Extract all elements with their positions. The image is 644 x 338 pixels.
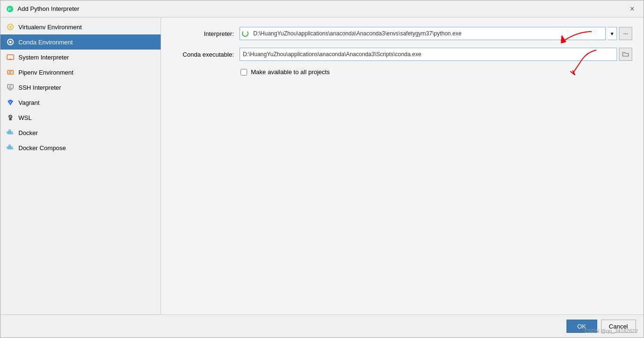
add-python-interpreter-dialog: P Add Python Interpreter × Virtualenv En… (0, 0, 644, 338)
interpreter-browse-button[interactable]: ··· (619, 27, 632, 40)
main-panel: Interpreter: ▼ ··· Conda executable: (161, 17, 644, 314)
system-icon (6, 53, 15, 61)
sidebar-item-wsl-label: WSL (18, 114, 32, 121)
svg-rect-22 (9, 130, 10, 131)
svg-rect-20 (9, 132, 10, 133)
svg-rect-8 (8, 70, 13, 74)
ssh-icon (6, 83, 15, 92)
svg-point-4 (9, 41, 12, 43)
sidebar-item-system-label: System Interpreter (18, 54, 69, 61)
sidebar-item-pipenv[interactable]: Pipenv Environment (0, 65, 161, 80)
interpreter-input[interactable] (250, 27, 603, 40)
sidebar-item-docker[interactable]: Docker (0, 125, 161, 140)
interpreter-label: Interpreter: (172, 30, 234, 37)
conda-icon (6, 38, 15, 46)
sidebar-item-virtualenv[interactable]: Virtualenv Environment (0, 19, 161, 34)
svg-rect-11 (8, 84, 13, 88)
svg-rect-23 (7, 147, 9, 148)
sidebar-item-ssh-label: SSH Interpreter (18, 84, 61, 91)
conda-exec-input[interactable] (240, 48, 617, 61)
sidebar-item-docker-compose-label: Docker Compose (18, 144, 66, 152)
wsl-icon (6, 113, 15, 122)
pipenv-icon (6, 68, 15, 76)
interpreter-row: Interpreter: ▼ ··· (172, 27, 632, 40)
sidebar-item-virtualenv-label: Virtualenv Environment (18, 24, 82, 31)
docker-icon (6, 128, 15, 137)
folder-icon (622, 51, 629, 58)
dialog-content: Virtualenv Environment Conda Environment (0, 17, 644, 314)
watermark-text: CSDN @qq_34182622 (584, 328, 638, 334)
interpreter-input-wrapper: ▼ ··· (240, 27, 632, 40)
sidebar-item-wsl[interactable]: WSL (0, 110, 161, 125)
svg-text:P: P (8, 7, 11, 12)
sidebar-item-vagrant[interactable]: V Vagrant (0, 95, 161, 110)
sidebar-item-docker-label: Docker (18, 129, 38, 136)
sidebar: Virtualenv Environment Conda Environment (0, 17, 161, 314)
title-bar-left: P Add Python Interpreter (6, 5, 79, 13)
interpreter-input-container (240, 27, 606, 40)
make-available-row: Make available to all projects (240, 68, 632, 76)
loading-spinner (242, 30, 249, 37)
sidebar-item-conda[interactable]: Conda Environment (0, 34, 161, 50)
vagrant-icon: V (6, 98, 15, 107)
interpreter-dropdown-button[interactable]: ▼ (608, 27, 617, 40)
make-available-label: Make available to all projects (251, 68, 330, 76)
conda-exec-row: Conda executable: (172, 48, 632, 61)
close-button[interactable]: × (627, 3, 638, 15)
sidebar-item-vagrant-label: Vagrant (18, 99, 40, 106)
sidebar-item-docker-compose[interactable]: Docker Compose (0, 140, 161, 155)
conda-exec-browse-button[interactable] (619, 48, 632, 61)
dialog-footer: OK Cancel (0, 314, 644, 338)
conda-exec-label: Conda executable: (172, 51, 234, 58)
sidebar-item-pipenv-label: Pipenv Environment (18, 69, 73, 76)
pycharm-icon: P (6, 5, 14, 13)
conda-exec-input-wrapper (240, 48, 632, 61)
svg-rect-26 (9, 145, 10, 146)
virtualenv-icon (6, 23, 15, 31)
sidebar-item-system[interactable]: System Interpreter (0, 50, 161, 65)
svg-rect-19 (7, 132, 9, 133)
sidebar-item-ssh[interactable]: SSH Interpreter (0, 80, 161, 95)
sidebar-item-conda-label: Conda Environment (18, 39, 73, 46)
make-available-checkbox[interactable] (240, 69, 247, 76)
docker-compose-icon (6, 144, 15, 152)
svg-rect-25 (11, 147, 12, 148)
svg-rect-24 (9, 147, 10, 148)
svg-text:V: V (9, 101, 12, 104)
title-bar: P Add Python Interpreter × (0, 0, 644, 17)
svg-rect-21 (11, 132, 12, 133)
dialog-title: Add Python Interpreter (17, 5, 79, 12)
